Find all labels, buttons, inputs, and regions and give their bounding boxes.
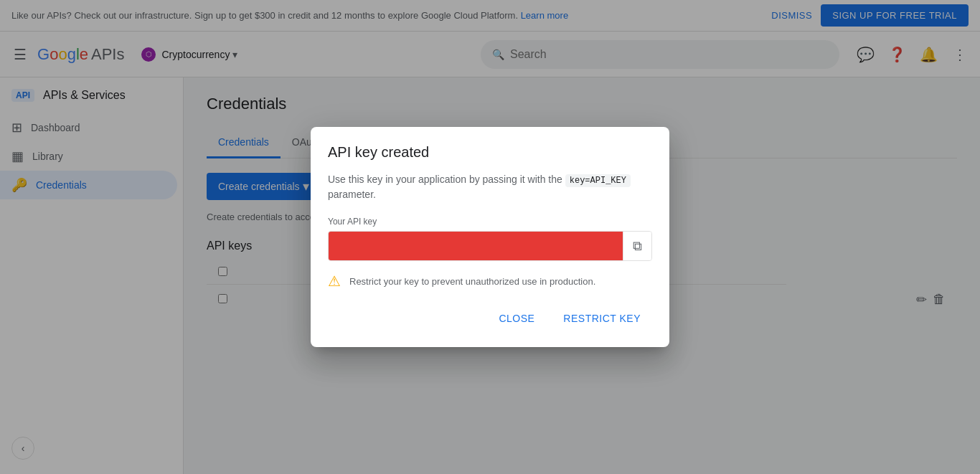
dialog-title: API key created	[328, 144, 652, 161]
api-key-input-row: ⧉	[328, 231, 652, 261]
param-code: key=API_KEY	[565, 174, 631, 187]
warning-row: ⚠ Restrict your key to prevent unauthori…	[328, 272, 652, 290]
close-button[interactable]: CLOSE	[487, 307, 546, 330]
api-key-field[interactable]	[329, 232, 623, 260]
warning-text: Restrict your key to prevent unauthorize…	[349, 276, 595, 287]
api-key-dialog: API key created Use this key in your app…	[311, 127, 669, 347]
restrict-key-button[interactable]: RESTRICT KEY	[552, 307, 652, 330]
modal-overlay: API key created Use this key in your app…	[0, 0, 980, 474]
warning-triangle-icon: ⚠	[328, 272, 341, 290]
copy-button[interactable]: ⧉	[623, 232, 651, 260]
dialog-actions: CLOSE RESTRICT KEY	[328, 307, 652, 330]
api-key-label: Your API key	[328, 217, 652, 227]
dialog-description: Use this key in your application by pass…	[328, 172, 652, 202]
